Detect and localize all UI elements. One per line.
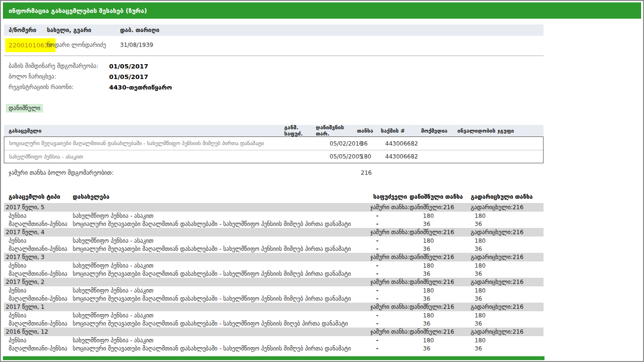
period-total-label: ჯამური თანხა: [370, 328, 410, 335]
history-row-left: მაღალმთიანი-პენსიასოციალური შეღავათები მ… [4, 246, 371, 252]
period-label: 2016 წელი, 12 [6, 328, 48, 335]
payment-transferred-amount: 36 [467, 271, 544, 277]
history-group: 2016 წელი, 12 ჯამური თანხა: დანიშნული:21… [4, 328, 544, 352]
period-total-transferred: გადარიცხული:216 [467, 279, 544, 285]
payment-name: სახელმწიფო პენსია - ასაკით [4, 154, 284, 160]
period-total-label: ჯამური თანხა: [370, 304, 410, 310]
period-row-left: 2017 წელი, 3 ჯამური თანხა: [4, 254, 410, 260]
table-row: სოციალური შეღავათები მაღალმთიან დასახლებ… [4, 137, 543, 150]
payment-type: პენსია [9, 213, 73, 219]
period-total-transferred: გადარიცხული:216 [467, 204, 544, 211]
app-window: ინფორმაცია გასაცემლების შესახებ (ზურა) პ… [0, 0, 644, 362]
period-total-transferred: გადარიცხული:216 [467, 328, 544, 335]
payment-name: სოციალური შეღავათები მაღალმთიან დასახლებ… [73, 320, 348, 327]
payment-assigned-amount: 36 [410, 345, 467, 352]
payment-type: მაღალმთიანი-პენსია [9, 295, 73, 302]
history-row-left: მაღალმთიანი-პენსიასოციალური შეღავათები მ… [4, 320, 371, 327]
period-row-left: 2017 წელი, 4 ჯამური თანხა: [4, 229, 410, 236]
period-total-label: ჯამური თანხა: [370, 254, 410, 260]
payment-assigned-amount: 36 [410, 295, 467, 302]
payment-assignment-date: 05/02/2016 [315, 140, 356, 147]
payment-name: სახელმწიფო პენსია - ასაკით [73, 238, 154, 244]
assigned-badge: დანიშნული [6, 104, 43, 113]
payment-type: პენსია [9, 312, 73, 319]
title-bar: ინფორმაცია გასაცემლების შესახებ (ზურა) [3, 2, 641, 19]
info-label: რეგისტრაციის რაიონი: [4, 84, 109, 90]
total-label: ჯამური თანხა ბოლო მდგომარეობით: [4, 170, 284, 176]
payment-type: მაღალმთიანი-პენსია [9, 320, 73, 327]
history-group-rows: პენსიასახელმწიფო პენსია - ასაკით - 180 1… [4, 311, 544, 328]
period-label: 2017 წელი, 2 [6, 279, 44, 285]
payment-type: პენსია [9, 238, 73, 244]
payment-case-number: 443006682 [380, 153, 421, 160]
history-row-left: პენსიასახელმწიფო პენსია - ასაკით [4, 262, 371, 269]
column-header-assignment-date: დანიშვნის თარ. [316, 124, 357, 137]
payment-name: სახელმწიფო პენსია - ასაკით [73, 262, 154, 269]
payment-name: სოციალური შეღავათები მაღალმთიან დასახლებ… [73, 221, 351, 227]
history-row: პენსიასახელმწიფო პენსია - ასაკით - 180 1… [4, 286, 544, 294]
column-header-application-basis: განმ. საფუძ. [284, 124, 316, 137]
history-groups: 2017 წელი, 5 ჯამური თანხა: დანიშნული:216… [4, 203, 544, 352]
payment-basis: - [371, 221, 410, 227]
total-value: 216 [357, 170, 381, 176]
payment-assigned-amount: 36 [410, 271, 467, 277]
payment-basis: - [371, 262, 410, 269]
payment-name: სოციალური შეღავათები მაღალმთიან დასახლებ… [73, 295, 351, 302]
period-label: 2017 წელი, 4 [6, 229, 44, 236]
payment-assigned-amount: 180 [410, 337, 467, 344]
payment-transferred-amount: 180 [467, 238, 544, 244]
payment-basis: - [371, 320, 410, 327]
history-group-rows: პენსიასახელმწიფო პენსია - ასაკით - 180 1… [4, 261, 544, 278]
payment-basis: - [371, 312, 410, 319]
payment-basis: - [371, 213, 410, 219]
payment-basis: - [371, 246, 410, 252]
period-total-assigned: დანიშნული:216 [410, 279, 467, 285]
payment-transferred-amount: 36 [467, 320, 544, 327]
history-group: 2017 წელი, 1 ჯამური თანხა: დანიშნული:216… [4, 303, 544, 328]
period-row-left: 2016 წელი, 12 ჯამური თანხა: [4, 328, 410, 335]
history-row: მაღალმთიანი-პენსიასოციალური შეღავათები მ… [4, 344, 544, 352]
info-label: ბოლო ჩარიცხვა: [4, 73, 109, 80]
period-row-left: 2017 წელი, 2 ჯამური თანხა: [4, 279, 410, 285]
history-group-rows: პენსიასახელმწიფო პენსია - ასაკით - 180 1… [4, 286, 544, 303]
payment-assigned-amount: 36 [410, 221, 467, 227]
assigned-total-row: ჯამური თანხა ბოლო მდგომარეობით: 216 [4, 170, 544, 176]
history-group-rows: პენსიასახელმწიფო პენსია - ასაკით - 180 1… [4, 336, 544, 352]
payment-name: სახელმწიფო პენსია - ასაკით [73, 337, 154, 344]
column-header-active: მოქმედია [421, 128, 457, 134]
bottom-section-bar [3, 356, 544, 360]
period-row: 2016 წელი, 12 ჯამური თანხა: დანიშნული:21… [4, 328, 544, 336]
history-row-left: მაღალმთიანი-პენსიასოციალური შეღავათები მ… [4, 295, 371, 302]
history-row: მაღალმთიანი-პენსიასოციალური შეღავათები მ… [4, 245, 544, 253]
history-row: პენსიასახელმწიფო პენსია - ასაკით - 180 1… [4, 212, 544, 220]
payment-assigned-amount: 36 [410, 246, 467, 252]
payment-name: სახელმწიფო პენსია - ასაკით [73, 312, 154, 319]
info-value: 01/05/2017 [109, 73, 148, 80]
history-row-left: პენსიასახელმწიფო პენსია - ასაკით [4, 287, 371, 294]
payment-type: მაღალმთიანი-პენსია [9, 271, 73, 277]
history-row-left: მაღალმთიანი-პენსიასოციალური შეღავათები მ… [4, 221, 371, 227]
column-header-disability-group: ინვალიდობის ჯგუფი [457, 128, 544, 134]
history-table-header: გასაცემლის ტიპი დასახელება საფუძველი დან… [4, 191, 544, 203]
info-row-current-state: ბაზის მიმდინარე მდგომარეობა: 01/05/2017 [4, 61, 544, 71]
history-row: პენსიასახელმწიფო პენსია - ასაკით - 180 1… [4, 261, 544, 270]
period-row: 2017 წელი, 1 ჯამური თანხა: დანიშნული:216… [4, 303, 544, 311]
period-total-assigned: დანიშნული:216 [410, 204, 467, 211]
payment-name: სოციალური შეღავათები მაღალმთიან დასახლებ… [73, 345, 351, 352]
info-block: ბაზის მიმდინარე მდგომარეობა: 01/05/2017 … [4, 61, 544, 92]
payment-case-number: 443006682 [380, 140, 421, 147]
period-total-assigned: დანიშნული:216 [410, 229, 467, 236]
history-row: პენსიასახელმწიფო პენსია - ასაკით - 180 1… [4, 311, 544, 319]
payment-basis: - [371, 345, 410, 352]
person-table-header: პ/ნომერი სახელი, გვარი დაბ. თარიღი [4, 24, 544, 36]
history-row: მაღალმთიანი-პენსიასოციალური შეღავათები მ… [4, 294, 544, 303]
history-group: 2017 წელი, 2 ჯამური თანხა: დანიშნული:216… [4, 278, 544, 303]
period-total-label: ჯამური თანხა: [370, 204, 410, 211]
assigned-table-body: სოციალური შეღავათები მაღალმთიან დასახლებ… [4, 136, 544, 163]
period-total-transferred: გადარიცხული:216 [467, 254, 544, 260]
period-total-assigned: დანიშნული:216 [410, 254, 467, 260]
payment-transferred-amount: 180 [467, 287, 544, 294]
payment-assigned-amount: 36 [410, 320, 467, 327]
period-row: 2017 წელი, 3 ჯამური თანხა: დანიშნული:216… [4, 253, 544, 261]
payment-assigned-amount: 180 [410, 238, 467, 244]
